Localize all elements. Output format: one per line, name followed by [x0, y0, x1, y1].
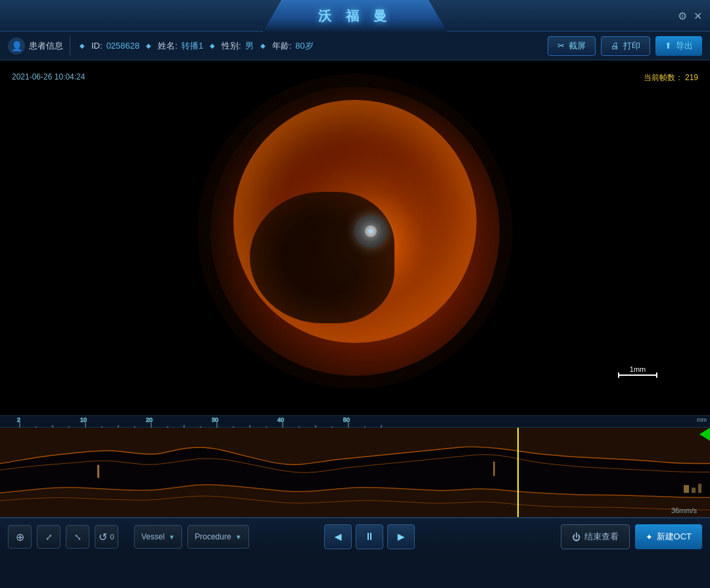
svg-text:40: 40 [277, 417, 284, 423]
svg-text:mm: mm [697, 417, 707, 423]
longitudinal-view: 2 10 20 30 40 50 [0, 415, 710, 517]
age-label: 年龄: [272, 40, 292, 52]
patient-info-label: 患者信息 [29, 40, 63, 52]
print-icon: 🖨 [611, 41, 619, 51]
svg-text:50: 50 [343, 417, 350, 423]
ruler-svg: 2 10 20 30 40 50 [0, 416, 710, 428]
zoom-in-icon: ⤢ [45, 532, 53, 542]
procedure-dropdown[interactable]: Procedure ▼ [187, 525, 248, 549]
svg-text:30: 30 [212, 417, 218, 423]
reset-button[interactable]: ↺ 0 [95, 525, 118, 549]
divider-1 [70, 37, 70, 55]
name-value: 转播1 [181, 40, 203, 52]
new-oct-label: 新建OCT [657, 531, 692, 543]
pause-button[interactable]: ⏸ [356, 524, 383, 549]
frame-arrow-indicator [699, 428, 710, 441]
end-view-label: 结束查看 [584, 531, 619, 543]
longitudinal-waveform [0, 428, 710, 517]
export-label: 导出 [676, 40, 693, 52]
calibrate-button[interactable]: ⊕ [8, 525, 32, 549]
vessel-dropdown[interactable]: Vessel ▼ [134, 525, 182, 549]
oct-background [197, 74, 513, 389]
main-oct-view: 2021-06-26 10:04:24 当前帧数： 219 1mm [0, 60, 710, 415]
id-value: 0258628 [106, 41, 140, 51]
svg-rect-36 [692, 487, 696, 493]
pause-icon: ⏸ [364, 531, 375, 543]
speed-indicator: 36mm/s [671, 507, 697, 514]
catheter-inner [365, 225, 377, 237]
zoom-out-icon: ⤡ [74, 532, 82, 542]
procedure-label: Procedure [195, 532, 231, 541]
prev-frame-icon: ◄ [332, 530, 344, 544]
patient-icon-section: 👤 患者信息 [8, 37, 63, 55]
plaque-region [250, 192, 394, 323]
app-title: 沃 福 曼 [318, 7, 391, 25]
svg-rect-37 [698, 484, 701, 493]
gender-label: 性别: [222, 40, 241, 52]
svg-rect-0 [0, 416, 710, 428]
scale-bar: 1mm [618, 365, 657, 376]
svg-rect-33 [97, 465, 99, 478]
diamond-3: ◆ [210, 42, 215, 49]
scale-line [618, 374, 657, 376]
diamond-2: ◆ [146, 42, 151, 49]
zoom-out-button[interactable]: ⤡ [66, 525, 89, 549]
export-button[interactable]: ⬆ 导出 [655, 36, 702, 56]
zoom-in-button[interactable]: ⤢ [37, 525, 60, 549]
screenshot-label: 截屏 [569, 40, 586, 52]
reset-label: 0 [110, 533, 114, 541]
export-icon: ⬆ [665, 41, 672, 51]
vessel-chevron-icon: ▼ [168, 533, 175, 541]
next-frame-button[interactable]: ► [387, 524, 415, 549]
prev-frame-button[interactable]: ◄ [324, 524, 352, 549]
svg-text:20: 20 [146, 417, 153, 423]
power-icon: ⏻ [572, 532, 580, 542]
name-label: 姓名: [158, 40, 178, 52]
next-frame-icon: ► [395, 530, 407, 544]
close-button[interactable]: ✕ [694, 9, 702, 22]
svg-rect-34 [493, 462, 495, 476]
screenshot-icon: ✂ [557, 41, 565, 51]
scale-label: 1mm [630, 365, 646, 373]
reset-icon: ↺ [99, 531, 107, 543]
oct-circle-container [197, 74, 513, 389]
procedure-chevron-icon: ▼ [235, 533, 242, 541]
new-oct-button[interactable]: ✦ 新建OCT [635, 524, 702, 549]
catheter-center [369, 229, 373, 233]
right-controls: ⏻ 结束查看 ✦ 新建OCT [561, 524, 702, 549]
action-buttons: ✂ 截屏 🖨 打印 ⬆ 导出 [548, 36, 702, 56]
timestamp: 2021-06-26 10:04:24 [12, 72, 85, 81]
age-value: 80岁 [295, 40, 313, 52]
calibrate-icon: ⊕ [16, 531, 24, 543]
id-label: ID: [91, 41, 103, 51]
window-controls: ⚙ ✕ [678, 9, 702, 22]
svg-text:2: 2 [17, 417, 20, 423]
frame-count: 当前帧数： 219 [644, 72, 698, 83]
plus-icon: ✦ [646, 532, 653, 542]
svg-text:10: 10 [80, 417, 87, 423]
settings-button[interactable]: ⚙ [678, 9, 687, 22]
gender-value: 男 [245, 40, 254, 52]
catheter [354, 215, 387, 248]
title-bar: 沃 福 曼 ⚙ ✕ [0, 0, 710, 32]
print-label: 打印 [623, 40, 640, 52]
frame-count-value: 219 [685, 73, 698, 82]
controls-bar: ⊕ ⤢ ⤡ ↺ 0 Vessel ▼ Procedure ▼ ◄ ⏸ ► ⏻ 结… [0, 517, 710, 555]
vessel-label: Vessel [141, 532, 164, 541]
frame-count-label: 当前帧数： [644, 73, 683, 82]
screenshot-button[interactable]: ✂ 截屏 [548, 36, 596, 56]
diamond-1: ◆ [80, 42, 85, 49]
end-view-button[interactable]: ⏻ 结束查看 [561, 524, 630, 549]
svg-rect-35 [684, 485, 689, 493]
patient-id-section: ◆ ID: 0258628 ◆ 姓名: 转播1 ◆ 性别: 男 ◆ 年龄: 80… [77, 40, 314, 52]
diamond-4: ◆ [260, 42, 266, 49]
patient-avatar: 👤 [8, 37, 25, 55]
print-button[interactable]: 🖨 打印 [601, 36, 650, 56]
playback-controls: ◄ ⏸ ► [324, 524, 415, 549]
title-background: 沃 福 曼 [263, 0, 447, 32]
patient-info-bar: 👤 患者信息 ◆ ID: 0258628 ◆ 姓名: 转播1 ◆ 性别: 男 ◆… [0, 32, 710, 60]
